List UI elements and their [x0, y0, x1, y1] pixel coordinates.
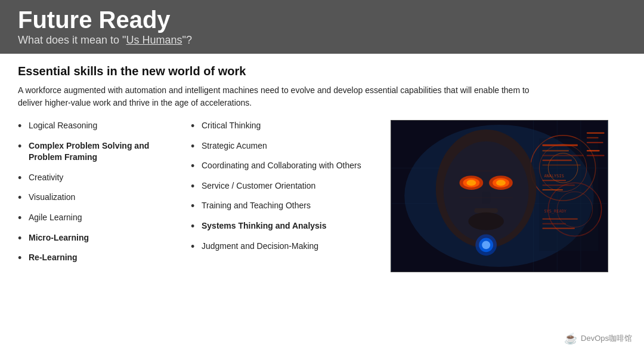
header: Future Ready What does it mean to "Us Hu…	[0, 0, 644, 54]
svg-rect-36	[542, 189, 563, 190]
list-item: •Complex Problem Solving and Problem Fra…	[18, 140, 185, 164]
bullet-icon: •	[191, 181, 202, 192]
bullet-icon: •	[18, 253, 29, 263]
svg-point-16	[466, 180, 476, 186]
ironman-svg: ANALYSIS SYS_READY	[391, 121, 608, 272]
subtitle-suffix: "?	[182, 34, 192, 46]
bullet-icon: •	[191, 141, 202, 152]
svg-rect-33	[542, 164, 580, 165]
svg-rect-21	[474, 208, 498, 213]
section-title: Essential skills in the new world of wor…	[18, 64, 626, 78]
svg-rect-34	[542, 180, 566, 181]
skill-text: Systems Thinking and Analysis	[202, 220, 376, 232]
bullet-icon: •	[18, 233, 29, 244]
svg-point-22	[468, 213, 504, 230]
skill-text: Re-Learning	[29, 252, 185, 264]
bullet-icon: •	[191, 201, 202, 211]
skill-text: Training and Teaching Others	[202, 200, 376, 212]
svg-rect-40	[587, 133, 605, 134]
skills-column-1: •Logical Reasoning•Complex Problem Solvi…	[18, 120, 191, 272]
bullet-icon: •	[18, 192, 29, 203]
list-item: •Judgment and Decision-Making	[191, 241, 376, 253]
list-item: •Visualization	[18, 192, 185, 204]
skill-text: Micro-Learning	[29, 232, 185, 244]
header-subtitle: What does it mean to "Us Humans"?	[18, 34, 626, 47]
bullet-icon: •	[18, 121, 29, 131]
svg-point-19	[496, 180, 506, 186]
list-item: •Agile Learning	[18, 212, 185, 224]
subtitle-highlight: Us Humans	[126, 34, 182, 46]
bullet-icon: •	[191, 221, 202, 232]
bullet-icon: •	[18, 213, 29, 223]
list-item: •Systems Thinking and Analysis	[191, 220, 376, 232]
svg-rect-39	[542, 228, 575, 229]
skills-area: •Logical Reasoning•Complex Problem Solvi…	[18, 120, 626, 272]
svg-rect-31	[542, 155, 583, 156]
svg-rect-41	[587, 137, 599, 139]
skill-text: Strategic Acumen	[202, 140, 376, 152]
skill-text: Complex Problem Solving and Problem Fram…	[29, 140, 185, 164]
svg-rect-37	[542, 218, 578, 220]
skill-text: Creativity	[29, 172, 185, 184]
list-item: •Strategic Acumen	[191, 140, 376, 152]
skill-text: Judgment and Decision-Making	[202, 241, 376, 253]
section-description: A workforce augmented with automation an…	[18, 84, 555, 109]
watermark-text: DevOps咖啡馆	[581, 333, 632, 344]
svg-rect-30	[542, 150, 569, 152]
image-area: ANALYSIS SYS_READY	[382, 120, 608, 272]
content-area: Essential skills in the new world of wor…	[0, 54, 644, 281]
list-item: •Micro-Learning	[18, 232, 185, 244]
svg-rect-38	[542, 223, 566, 224]
svg-text:SYS_READY: SYS_READY	[544, 209, 566, 214]
list-item: •Logical Reasoning	[18, 120, 185, 132]
svg-rect-32	[542, 159, 572, 161]
watermark: ☕ DevOps咖啡馆	[564, 332, 632, 345]
list-item: •Critical Thinking	[191, 120, 376, 132]
bullet-icon: •	[191, 121, 202, 131]
list-item: •Creativity	[18, 172, 185, 184]
list-item: •Training and Teaching Others	[191, 200, 376, 212]
svg-rect-42	[587, 142, 603, 143]
skill-text: Visualization	[29, 192, 185, 204]
ironman-image: ANALYSIS SYS_READY	[391, 120, 608, 272]
list-item: •Coordinating and Collaborating with Oth…	[191, 160, 376, 172]
svg-rect-44	[587, 155, 605, 156]
subtitle-prefix: What does it mean to "	[18, 34, 126, 46]
svg-text:ANALYSIS: ANALYSIS	[544, 174, 564, 178]
skills-column-2: •Critical Thinking•Strategic Acumen•Coor…	[191, 120, 382, 272]
list-item: •Service / Customer Orientation	[191, 180, 376, 192]
skill-text: Critical Thinking	[202, 120, 376, 132]
svg-rect-29	[542, 144, 578, 146]
skill-text: Service / Customer Orientation	[202, 180, 376, 192]
bullet-icon: •	[18, 173, 29, 183]
watermark-icon: ☕	[564, 332, 577, 345]
list-item: •Re-Learning	[18, 252, 185, 264]
skill-text: Logical Reasoning	[29, 120, 185, 132]
bullet-icon: •	[18, 141, 29, 152]
skill-text: Coordinating and Collaborating with Othe…	[202, 160, 376, 172]
svg-point-25	[482, 241, 490, 249]
svg-rect-35	[542, 184, 575, 186]
svg-rect-43	[587, 150, 600, 152]
header-title: Future Ready	[18, 7, 626, 33]
skill-text: Agile Learning	[29, 212, 185, 224]
bullet-icon: •	[191, 161, 202, 171]
bullet-icon: •	[191, 241, 202, 252]
